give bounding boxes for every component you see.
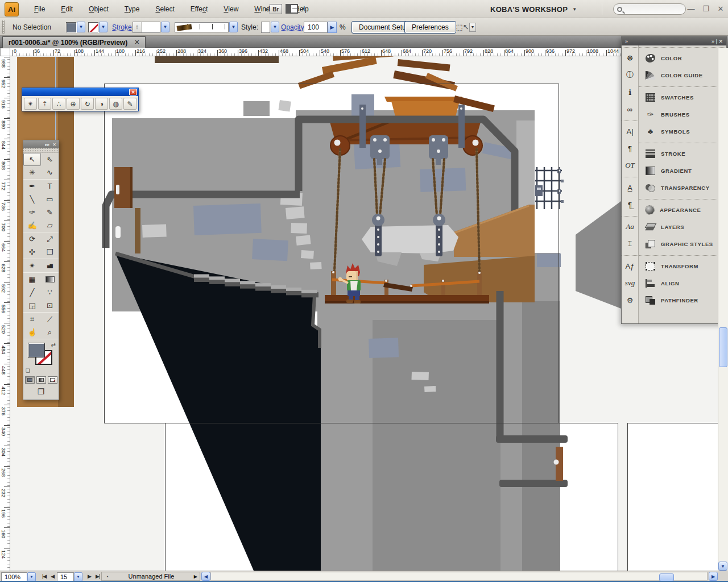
page-number-dropdown[interactable]: ▼ [74, 572, 82, 581]
actions-panel-icon[interactable]: ⚙ [622, 292, 638, 309]
scroll-right-button[interactable]: ▶ [709, 572, 718, 581]
stroke-color-swatch[interactable] [88, 22, 98, 32]
panel-layers-button[interactable]: LAYERS [639, 218, 726, 235]
live-paint-bucket-tool[interactable]: ◲ [23, 299, 41, 312]
menu-type[interactable]: Type [117, 0, 148, 18]
blend-tool[interactable]: ∵ [41, 286, 59, 299]
next-page-button[interactable]: ▶ [85, 573, 93, 579]
panel-swatches-button[interactable]: SWATCHES [639, 89, 726, 106]
minimize-button[interactable]: — [687, 5, 695, 13]
zoom-tool[interactable]: ⌕ [41, 326, 59, 339]
panel-pathfinder-button[interactable]: PATHFINDER [639, 292, 726, 309]
status-indicator[interactable]: ◔ Unmanaged File ▶ [101, 572, 200, 581]
select-similar-dropdown[interactable]: ▼ [469, 23, 476, 32]
panel-stroke-button[interactable]: STROKE [639, 145, 726, 162]
hand-tool[interactable]: ☝ [23, 326, 41, 339]
pen-tool[interactable]: ✒ [23, 180, 41, 193]
close-button[interactable]: ✕ [717, 5, 725, 13]
symbol-sprayer-tool[interactable]: ✴ [23, 259, 41, 272]
scroll-left-button[interactable]: ◀ [201, 572, 210, 581]
opentype-panel-icon[interactable]: OT [622, 157, 638, 174]
palette-grip[interactable] [23, 148, 59, 153]
horizontal-scrollbar[interactable] [210, 572, 708, 581]
vertical-ruler[interactable]: 9889529168808448087727367006646285925565… [0, 56, 10, 571]
stroke-weight-dropdown[interactable]: ▼ [161, 22, 169, 32]
select-similar-objects-icon[interactable]: ⬚↖ [457, 22, 468, 32]
workspace-switcher[interactable]: KOBA'S WORKSHOP ▼ [490, 0, 577, 18]
last-page-button[interactable]: ▶| [93, 573, 102, 579]
horizontal-scroll-thumb[interactable] [659, 573, 674, 581]
opacity-panel-link[interactable]: Opacity: [281, 18, 306, 36]
screen-mode-button[interactable]: ❐ [38, 387, 45, 396]
panel-align-button[interactable]: ALIGN [639, 275, 726, 292]
swap-fill-stroke-icon[interactable]: ⇄ [51, 342, 56, 348]
document-info-panel-icon[interactable]: ℹ [622, 84, 638, 101]
scale-tool[interactable]: ⤢ [41, 232, 59, 246]
menu-view[interactable]: View [216, 0, 246, 18]
dock-header[interactable]: » » | ✕ [622, 37, 726, 45]
first-page-button[interactable]: |◀ [40, 573, 48, 579]
blob-brush-tool[interactable]: ✍ [23, 219, 41, 232]
stroke-weight-stepper[interactable]: ▲▼ [133, 22, 142, 32]
live-paint-selection-tool[interactable]: ⊡ [41, 299, 59, 312]
fill-swatch[interactable] [28, 343, 45, 357]
close-icon[interactable]: ✕ [129, 89, 137, 95]
menu-object[interactable]: Object [81, 0, 117, 18]
fill-color-swatch[interactable] [66, 22, 76, 32]
gradient-mode-button[interactable] [36, 376, 46, 384]
canvas-artwork[interactable] [10, 56, 718, 571]
free-transform-tool[interactable]: ❒ [41, 246, 59, 259]
panel-transform-button[interactable]: TRANSFORM [639, 257, 726, 275]
tab-close-icon[interactable]: ✕ [134, 39, 139, 46]
opacity-input[interactable]: 100 [304, 22, 328, 33]
color-mode-button[interactable] [25, 376, 35, 384]
collapse-icon[interactable]: ▸▸ [45, 142, 49, 147]
menu-effect[interactable]: Effect [183, 0, 216, 18]
info-panel-icon[interactable]: ⓘ [622, 66, 638, 84]
panel-transparency-button[interactable]: TRANSPARENCY [639, 179, 726, 196]
paragraph-panel-icon[interactable]: ¶ [622, 140, 638, 157]
pencil-tool[interactable]: ✎ [41, 206, 59, 219]
selection-tool[interactable]: ↖ [23, 153, 41, 166]
symbol-sizer-tool[interactable]: ⊕ [67, 98, 80, 110]
paintbrush-tool[interactable]: ✑ [23, 206, 41, 219]
menu-select[interactable]: Select [147, 0, 182, 18]
paragraph-styles-panel-icon[interactable]: ¶̲ [622, 196, 638, 213]
default-fill-stroke-icon[interactable]: ❏ [26, 368, 30, 373]
scroll-down-button[interactable]: ▼ [718, 562, 727, 571]
svg-interactivity-panel-icon[interactable]: svg [622, 275, 638, 292]
app-icon[interactable]: Ai [5, 2, 19, 16]
horizontal-ruler[interactable]: 0367210814418021625228832436039643246850… [10, 48, 718, 56]
eraser-tool[interactable]: ▱ [41, 219, 59, 232]
brush-definition-field[interactable] [175, 22, 229, 32]
direct-selection-tool[interactable]: ⇖ [41, 153, 59, 166]
vertical-scrollbar[interactable] [718, 48, 728, 571]
magic-wand-tool[interactable]: ✳ [23, 166, 41, 179]
controlbar-grip[interactable] [2, 20, 5, 34]
flash-text-panel-icon[interactable]: Aƒ [622, 257, 638, 275]
close-icon[interactable]: ✕ [718, 39, 723, 44]
brush-definition-dropdown[interactable]: ▼ [229, 22, 238, 32]
symbol-shifter-tool[interactable]: ⇡ [38, 98, 51, 110]
eyedropper-tool[interactable]: ╱ [23, 286, 41, 299]
symbol-styler-tool[interactable]: ✎ [123, 98, 136, 110]
character-styles-panel-icon[interactable]: A̲ [622, 179, 638, 196]
expand-dock-icon[interactable]: » [625, 39, 628, 44]
stroke-panel-link[interactable]: Stroke: [112, 18, 134, 36]
vertical-scroll-thumb[interactable] [719, 327, 727, 367]
panel-color-guide-button[interactable]: COLOR GUIDE [639, 66, 726, 84]
stroke-weight-field[interactable]: ▲▼ [133, 22, 160, 33]
zoom-level-field[interactable]: 100% [1, 572, 27, 581]
glyphs-panel-icon[interactable]: Aa [622, 218, 638, 235]
none-mode-button[interactable] [48, 376, 57, 384]
panel-brushes-button[interactable]: ✑BRUSHES [639, 106, 726, 123]
close-icon[interactable]: ✕ [52, 142, 56, 147]
ruler-origin-box[interactable] [0, 48, 10, 56]
menu-file[interactable]: File [26, 0, 53, 18]
preferences-button[interactable]: Preferences [404, 21, 456, 34]
panel-color-button[interactable]: COLOR [639, 49, 726, 66]
menu-edit[interactable]: Edit [53, 0, 81, 18]
canvas-viewport[interactable] [10, 56, 718, 571]
lasso-tool[interactable]: ∿ [41, 166, 59, 179]
crop-area-tool[interactable]: ⌗ [23, 313, 41, 326]
